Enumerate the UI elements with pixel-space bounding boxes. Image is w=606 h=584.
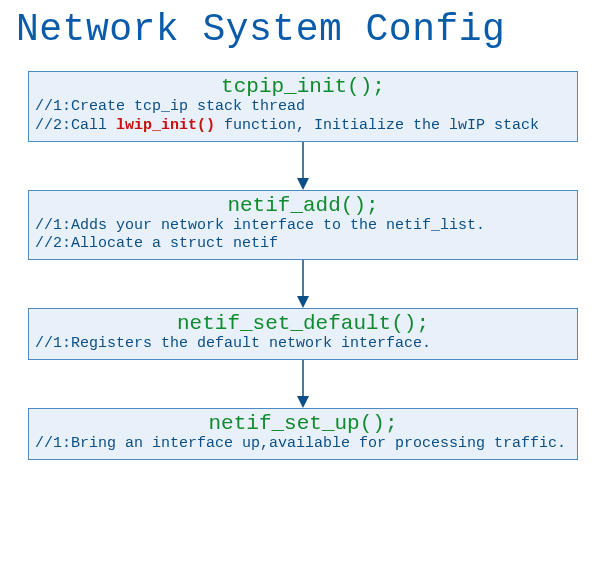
- node-netif-add: netif_add(); //1:Adds your network inter…: [28, 190, 578, 261]
- comment-line: //2:Call lwip_init() function, Initializ…: [35, 117, 571, 136]
- arrow-down-icon: [28, 142, 578, 190]
- comment-line: //1:Bring an interface up,available for …: [35, 435, 571, 454]
- svg-marker-5: [297, 396, 309, 408]
- highlight-fn: lwip_init(): [116, 117, 215, 134]
- comment-line: //2:Allocate a struct netif: [35, 235, 571, 254]
- arrow-down-icon: [28, 360, 578, 408]
- comment-line: //1:Registers the default network interf…: [35, 335, 571, 354]
- fn-name: tcpip_init();: [35, 75, 571, 98]
- svg-marker-3: [297, 296, 309, 308]
- node-tcpip-init: tcpip_init(); //1:Create tcp_ip stack th…: [28, 71, 578, 142]
- arrow-down-icon: [28, 260, 578, 308]
- flowchart: tcpip_init(); //1:Create tcp_ip stack th…: [0, 51, 606, 476]
- fn-name: netif_set_up();: [35, 412, 571, 435]
- fn-name: netif_set_default();: [35, 312, 571, 335]
- fn-name: netif_add();: [35, 194, 571, 217]
- page-title: Network System Config: [0, 0, 606, 51]
- comment-line: //1:Adds your network interface to the n…: [35, 217, 571, 236]
- svg-marker-1: [297, 178, 309, 190]
- node-netif-set-up: netif_set_up(); //1:Bring an interface u…: [28, 408, 578, 460]
- node-netif-set-default: netif_set_default(); //1:Registers the d…: [28, 308, 578, 360]
- comment-line: //1:Create tcp_ip stack thread: [35, 98, 571, 117]
